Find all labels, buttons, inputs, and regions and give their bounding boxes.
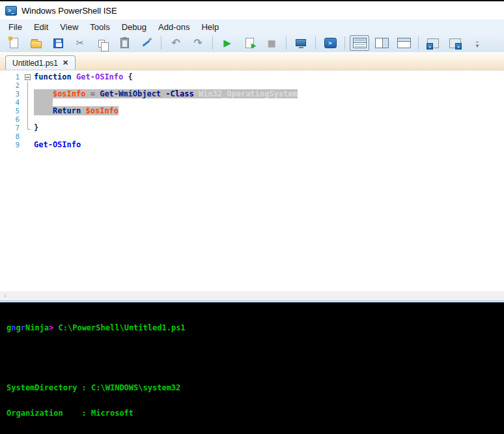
code-line-3: 3 $osInfo = Get-WmiObject -Class Win32_O… <box>0 90 504 98</box>
argument-token: Win32_OperatingSystem <box>199 89 298 98</box>
new-script-button[interactable] <box>4 35 23 51</box>
menu-help[interactable]: Help <box>195 21 225 33</box>
cut-button[interactable]: ✂ <box>70 35 90 51</box>
clear-console-button[interactable] <box>137 35 156 51</box>
line-number: 2 <box>0 81 25 90</box>
title-bar[interactable]: >_ Windows PowerShell ISE <box>0 1 504 20</box>
toolbar-separator <box>344 36 345 50</box>
fold-collapse-icon[interactable] <box>25 74 31 80</box>
command-window-icon: > <box>427 38 439 48</box>
run-selection-button[interactable] <box>240 35 259 51</box>
code-line-6: 6 <box>0 115 504 124</box>
output-line: Organization : Microsoft <box>7 409 504 418</box>
run-selection-icon <box>245 38 254 48</box>
paste-button[interactable] <box>115 35 134 51</box>
scroll-left-icon[interactable]: ‹ <box>0 291 10 299</box>
line-number: 5 <box>0 107 25 115</box>
toolbar-separator <box>315 36 316 50</box>
run-play-icon: ▶ <box>223 38 231 48</box>
script-pane-top-icon <box>353 38 367 48</box>
copy-button[interactable] <box>92 35 112 51</box>
brace-token: } <box>34 123 38 132</box>
variable-token: $osInfo <box>85 106 119 115</box>
menu-debug[interactable]: Debug <box>116 21 152 33</box>
stop-operation-button[interactable]: ■ <box>262 35 281 51</box>
line-number: 7 <box>0 124 25 132</box>
copy-icon <box>98 40 105 48</box>
toolbar-separator <box>212 36 213 50</box>
stop-square-icon: ■ <box>267 38 275 48</box>
code-line-1: 1 function Get-OSInfo { <box>0 73 504 81</box>
run-script-button[interactable]: ▶ <box>217 35 237 51</box>
undo-icon: ↶ <box>171 38 180 48</box>
scissors-icon: ✂ <box>76 37 85 49</box>
tab-label: Untitled1.ps1 <box>12 59 58 68</box>
clear-wand-icon <box>141 37 152 49</box>
console-pane[interactable]: gngrNinja> C:\PowerShell\Untitled1.ps1 S… <box>0 302 504 434</box>
ps-badge-icon: > <box>455 43 462 50</box>
window-title: Windows PowerShell ISE <box>21 6 117 16</box>
start-powershell-button[interactable]: > <box>320 35 340 51</box>
console-command: C:\PowerShell\Untitled1.ps1 <box>53 323 185 332</box>
powershell-ise-window: >_ Windows PowerShell ISE File Edit View… <box>0 0 504 434</box>
menu-edit[interactable]: Edit <box>28 21 54 33</box>
code-line-7: 7 } <box>0 124 504 132</box>
keyword-token: Return <box>53 106 86 115</box>
show-script-pane-right-button[interactable] <box>372 35 391 51</box>
save-script-button[interactable] <box>48 35 68 51</box>
powershell-tab-icon: > <box>449 38 461 48</box>
open-folder-icon <box>31 41 42 48</box>
powershell-console-icon: > <box>324 38 337 48</box>
script-editor[interactable]: 1 function Get-OSInfo { 2 3 $osInfo = Ge… <box>0 70 504 291</box>
clipboard-icon <box>120 38 129 48</box>
toolbar-overflow-button[interactable]: ▾ <box>468 35 487 51</box>
script-pane-right-icon <box>375 38 389 48</box>
variable-token: $osInfo <box>53 89 86 98</box>
command-token: Get-OSInfo <box>34 140 81 149</box>
new-powershell-tab-button[interactable]: > <box>445 35 465 51</box>
chevron-down-icon: ▾ <box>476 42 479 48</box>
close-icon[interactable]: ✕ <box>63 59 68 67</box>
show-script-pane-top-button[interactable] <box>350 35 369 51</box>
line-number: 1 <box>0 73 25 81</box>
code-line-9: 9 Get-OSInfo <box>0 141 504 149</box>
selected-text: $osInfo = Get-WmiObject -Class Win32_Ope… <box>34 89 298 98</box>
menu-bar: File Edit View Tools Debug Add-ons Help <box>0 20 504 34</box>
script-pane-maximized-icon <box>397 38 411 48</box>
toolbar-separator <box>418 36 419 50</box>
new-remote-powershell-tab-button[interactable] <box>291 35 311 51</box>
tab-strip: Untitled1.ps1 ✕ <box>0 52 504 70</box>
toolbar-separator <box>161 36 161 50</box>
menu-tools[interactable]: Tools <box>84 21 115 33</box>
operator-token: = <box>85 89 100 98</box>
menu-view[interactable]: View <box>54 21 84 33</box>
powershell-app-icon: >_ <box>5 6 17 16</box>
remote-computer-icon <box>296 39 306 46</box>
editor-horizontal-scrollbar[interactable]: ‹ <box>0 291 504 299</box>
menu-file[interactable]: File <box>3 21 28 33</box>
redo-button[interactable]: ↷ <box>188 35 208 51</box>
undo-button[interactable]: ↶ <box>166 35 186 51</box>
save-floppy-icon <box>53 38 63 48</box>
function-name-token: Get-OSInfo <box>76 72 123 81</box>
redo-icon: ↷ <box>193 38 202 48</box>
parameter-token: -Class <box>161 89 199 98</box>
console-output: SystemDirectory : C:\WINDOWS\system32 Or… <box>7 367 504 434</box>
show-script-pane-maximized-button[interactable] <box>394 35 413 51</box>
code-line-5: 5 Return $osInfo <box>0 107 504 115</box>
selected-text <box>34 98 53 107</box>
show-command-window-button[interactable]: > <box>423 35 443 51</box>
line-number: 3 <box>0 90 25 98</box>
console-prompt-line: gngrNinja> C:\PowerShell\Untitled1.ps1 <box>7 324 504 332</box>
toolbar: ✂ ↶ ↷ ▶ ■ > > > ▾ <box>0 34 504 52</box>
open-script-button[interactable] <box>26 35 46 51</box>
line-number: 6 <box>0 115 25 124</box>
keyword-token: function <box>34 72 76 81</box>
tab-untitled1[interactable]: Untitled1.ps1 ✕ <box>5 55 76 70</box>
line-number: 4 <box>0 98 25 107</box>
menu-addons[interactable]: Add-ons <box>152 21 195 33</box>
brace-token: { <box>123 72 132 81</box>
ps-badge-icon: > <box>427 43 433 50</box>
cmdlet-token: Get-WmiObject <box>100 89 161 98</box>
new-file-icon <box>10 38 18 48</box>
